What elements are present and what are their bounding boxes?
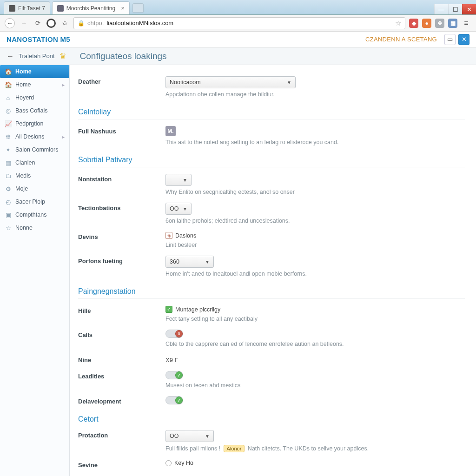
field-label: Delavelopment bbox=[78, 396, 165, 405]
browser-tab-active[interactable]: Moorchis Peantiting × bbox=[52, 1, 130, 14]
forward-button[interactable]: → bbox=[19, 18, 29, 28]
field-label: Sevine bbox=[78, 460, 165, 469]
tection-select[interactable]: OO ▼ bbox=[165, 203, 192, 215]
sidebar-icon: 📈 bbox=[5, 120, 12, 127]
warning-badge: Alonor bbox=[224, 445, 245, 452]
sidebar-icon: ☆ bbox=[5, 225, 12, 231]
home-button[interactable] bbox=[46, 19, 56, 28]
favicon-icon bbox=[9, 5, 15, 12]
sidebar-item-sacer-plolp[interactable]: ◴Sacer Plolp bbox=[0, 195, 69, 208]
sidebar-item-salon-commiors[interactable]: ✦Salon Commiors bbox=[0, 143, 69, 156]
deather-select[interactable]: Nooticaoom ▼ bbox=[165, 76, 296, 88]
sidebar-item-label: Home bbox=[15, 68, 32, 75]
bookmark-star-icon[interactable]: ✩ bbox=[60, 18, 70, 28]
sidebar-icon: ▦ bbox=[5, 159, 12, 166]
field-label: Tectionbations bbox=[78, 203, 165, 212]
section-heading: Paingnegnstation bbox=[78, 287, 465, 299]
brand-title: NANOSTATION M5 bbox=[7, 35, 70, 43]
extension-icon[interactable]: ◆ bbox=[409, 19, 418, 28]
field-label: Fuil Nashuus bbox=[78, 126, 165, 135]
sidebar-item-label: Bass Cofials bbox=[15, 107, 47, 114]
section-heading: Sobrtial Pativary bbox=[78, 156, 465, 167]
extension-icon[interactable]: ● bbox=[422, 19, 431, 28]
window-minimize-button[interactable]: — bbox=[434, 4, 448, 14]
address-bar[interactable]: 🔒 chtpo.liaolootationMNislos.com ☆ bbox=[73, 17, 405, 29]
chevron-down-icon: ▼ bbox=[183, 206, 187, 212]
chevron-right-icon: ▸ bbox=[62, 82, 65, 87]
calls-toggle[interactable]: 0 bbox=[165, 330, 183, 338]
sidebar-icon: 🏠 bbox=[5, 81, 12, 88]
field-label: Nine bbox=[78, 355, 165, 364]
browser-tab-inactive[interactable]: Filt Taset 7 bbox=[4, 1, 50, 14]
sidebar-item-clanien[interactable]: ▦Clanien bbox=[0, 156, 69, 169]
header-close-button[interactable]: ✕ bbox=[458, 34, 469, 45]
helper-text: Appclationn ohe collen manage the bildiu… bbox=[165, 91, 465, 98]
protection-select[interactable]: OO ▼ bbox=[165, 430, 214, 442]
back-button[interactable]: ← bbox=[5, 18, 15, 28]
sidebar-item-bass-cofials[interactable]: ◎Bass Cofials bbox=[0, 104, 69, 117]
browser-toolbar: ← → ⟳ ✩ 🔒 chtpo.liaolootationMNislos.com… bbox=[0, 15, 476, 32]
crown-icon: ♛ bbox=[60, 52, 66, 60]
sidebar-item-label: Sacer Plolp bbox=[15, 198, 45, 205]
helper-text: Linit besleer bbox=[165, 242, 465, 248]
nonstation-select[interactable]: ▼ bbox=[165, 174, 192, 186]
sidebar-icon: ❉ bbox=[5, 133, 12, 140]
sidebar-item-all-desions[interactable]: ❉All Desions▸ bbox=[0, 130, 69, 143]
select-value: OO bbox=[170, 433, 178, 439]
sidebar-icon: 🗀 bbox=[5, 172, 12, 179]
sidebar-item-home[interactable]: 🏠Home▸ bbox=[0, 78, 69, 91]
tab-label: Moorchis Peantiting bbox=[66, 5, 115, 12]
sidebar-item-label: All Desions bbox=[15, 133, 45, 140]
field-label: Porfons fueting bbox=[78, 256, 165, 264]
tab-close-icon[interactable]: × bbox=[121, 5, 125, 12]
sidebar-item-medls[interactable]: 🗀Medls bbox=[0, 169, 69, 182]
checkbox-label: Dasions bbox=[175, 232, 196, 239]
sidebar-item-label: Nonne bbox=[15, 225, 33, 231]
sidebar-icon: 🏠 bbox=[5, 68, 12, 75]
sidebar-item-compthtans[interactable]: ▣Compthtans bbox=[0, 208, 69, 221]
sidebar-item-hoyerd[interactable]: ⌂Hoyerd bbox=[0, 91, 69, 104]
app-header: NANOSTATION M5 CZANDENN A SCETANG ▭ ✕ bbox=[0, 32, 476, 47]
menu-icon[interactable]: ≡ bbox=[461, 18, 471, 28]
extension-icon[interactable]: ❖ bbox=[435, 19, 444, 28]
sidebar-icon: ⚙ bbox=[5, 185, 12, 192]
field-label: Leadities bbox=[78, 371, 165, 380]
leadities-toggle[interactable]: ✓ bbox=[165, 371, 183, 379]
sidebar-item-pedprgtion[interactable]: 📈Pedprgtion bbox=[0, 117, 69, 130]
crumb-back-icon[interactable]: ← bbox=[7, 52, 14, 60]
window-maximize-button[interactable]: ☐ bbox=[448, 4, 462, 14]
helper-segment: Full filids pall milons ! bbox=[165, 445, 220, 452]
sidebar-item-label: Medls bbox=[15, 172, 31, 179]
field-label: Devins bbox=[78, 231, 165, 240]
sidebar-item-moje[interactable]: ⚙Moje bbox=[0, 182, 69, 195]
sidebar-item-label: Compthtans bbox=[15, 212, 46, 218]
checkbox-checked-icon: ✓ bbox=[165, 306, 172, 313]
url-host: liaolootationMNislos.com bbox=[106, 20, 173, 26]
porfons-select[interactable]: 360 ▼ bbox=[165, 256, 214, 268]
header-layout-button[interactable]: ▭ bbox=[444, 34, 456, 45]
helper-text: Musesi on tecen ahd mestics bbox=[165, 382, 465, 389]
window-close-button[interactable]: ✕ bbox=[462, 4, 476, 14]
hille-checkbox[interactable]: ✓ Muntage piccrligy bbox=[165, 306, 220, 313]
sidebar-item-label: Salon Commiors bbox=[15, 146, 58, 153]
helper-text: 6on lalthe prohols; eledtired and uncesl… bbox=[165, 218, 465, 224]
devins-checkbox[interactable]: ◈ Dasions bbox=[165, 232, 196, 239]
sidebar-item-nonne[interactable]: ☆Nonne bbox=[0, 221, 69, 234]
development-toggle[interactable]: ✓ bbox=[165, 396, 183, 404]
sidebar-icon: ◴ bbox=[5, 198, 12, 205]
sevine-radio[interactable]: Key Ho bbox=[165, 460, 193, 466]
star-icon[interactable]: ☆ bbox=[395, 19, 401, 27]
helper-text: Fect tany setfing to all any eactibaly bbox=[165, 316, 465, 322]
breadcrumb[interactable]: Traletah Pont bbox=[19, 53, 55, 60]
section-heading: Cetort bbox=[78, 415, 465, 426]
reload-button[interactable]: ⟳ bbox=[33, 18, 43, 28]
sidebar-item-home[interactable]: 🏠Home bbox=[0, 65, 69, 78]
chip-badge[interactable]: M. bbox=[165, 126, 176, 136]
url-prefix: chtpo. bbox=[87, 20, 104, 26]
helper-text: Home in't aned to Inealtouel andl open m… bbox=[165, 271, 465, 277]
content-area: Deather Nooticaoom ▼ Appclationn ohe col… bbox=[70, 65, 476, 476]
extension-icon[interactable]: ▦ bbox=[448, 19, 457, 28]
sidebar-icon: ◎ bbox=[5, 107, 12, 114]
field-label: Calls bbox=[78, 330, 165, 338]
new-tab-button[interactable] bbox=[132, 3, 144, 13]
